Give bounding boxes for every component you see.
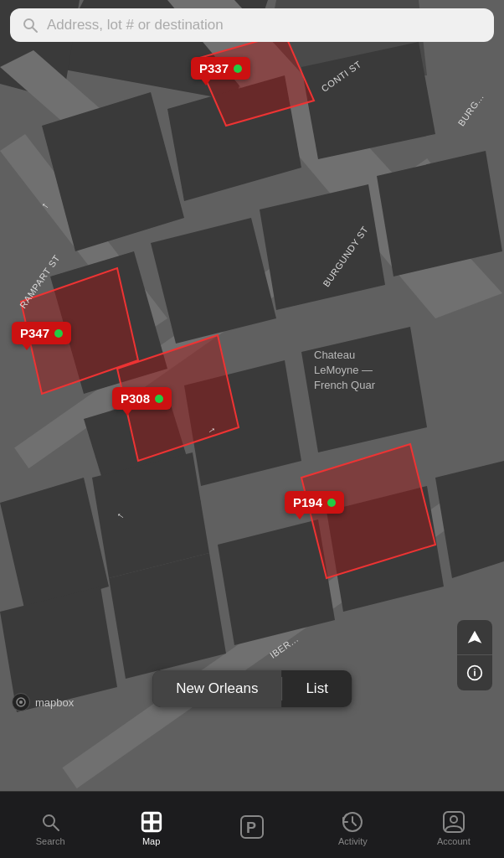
p347-availability: [54, 329, 63, 338]
navigate-button[interactable]: [457, 620, 492, 655]
p308-availability: [155, 395, 163, 403]
svg-point-40: [19, 700, 23, 704]
svg-line-42: [54, 825, 59, 830]
marker-p337-label: P337: [199, 61, 229, 75]
nav-item-activity[interactable]: Activity: [302, 804, 403, 846]
svg-rect-46: [143, 824, 149, 830]
account-nav-label: Account: [437, 836, 471, 846]
navigate-icon: [466, 629, 483, 646]
new-orleans-button[interactable]: New Orleans: [152, 670, 281, 707]
search-input-container[interactable]: Address, lot # or destination: [10, 8, 494, 42]
map-nav-icon: [140, 810, 163, 834]
location-selector: New Orleans List: [152, 670, 352, 707]
marker-p194-label: P194: [293, 495, 322, 509]
svg-rect-45: [152, 814, 158, 820]
nav-item-account[interactable]: Account: [404, 804, 504, 846]
svg-point-41: [44, 815, 54, 826]
map-container[interactable]: ↑ ↑ → CONTI ST BURGUNDY ST RAMPART ST BU…: [0, 0, 504, 791]
p194-availability: [327, 499, 336, 507]
activity-nav-label: Activity: [338, 836, 368, 846]
mapbox-logo-circle: [12, 693, 30, 711]
mapbox-logo: mapbox: [12, 693, 74, 711]
activity-nav-icon: [341, 810, 364, 834]
search-icon: [22, 17, 39, 34]
search-nav-label: Search: [36, 836, 65, 846]
marker-p337[interactable]: P337: [191, 57, 250, 80]
svg-rect-47: [152, 824, 158, 830]
mapbox-label: mapbox: [35, 696, 74, 709]
parking-nav-icon: P: [240, 815, 264, 839]
svg-text:P: P: [246, 819, 256, 836]
info-icon: [466, 664, 483, 681]
nav-item-map[interactable]: Map: [100, 804, 201, 846]
marker-p308-label: P308: [121, 391, 150, 406]
marker-p347[interactable]: P347: [12, 322, 71, 344]
marker-p347-label: P347: [20, 326, 49, 340]
account-nav-icon: [442, 810, 465, 834]
search-placeholder: Address, lot # or destination: [47, 17, 224, 34]
bottom-nav: Search Map P: [0, 791, 504, 858]
marker-p308[interactable]: P308: [112, 387, 172, 410]
svg-marker-35: [468, 630, 482, 643]
info-button[interactable]: [457, 655, 492, 690]
nav-item-search[interactable]: Search: [0, 804, 100, 846]
list-button[interactable]: List: [282, 670, 351, 707]
search-bar: Address, lot # or destination: [0, 0, 504, 50]
search-nav-icon: [39, 810, 62, 834]
map-controls: [457, 620, 492, 690]
svg-point-52: [450, 816, 457, 823]
marker-p194[interactable]: P194: [285, 491, 344, 514]
nav-item-parking[interactable]: P: [202, 809, 302, 841]
p337-availability: [234, 65, 242, 73]
svg-rect-44: [143, 814, 149, 820]
svg-line-1: [33, 28, 37, 32]
svg-point-38: [474, 669, 476, 670]
map-nav-label: Map: [142, 836, 160, 846]
